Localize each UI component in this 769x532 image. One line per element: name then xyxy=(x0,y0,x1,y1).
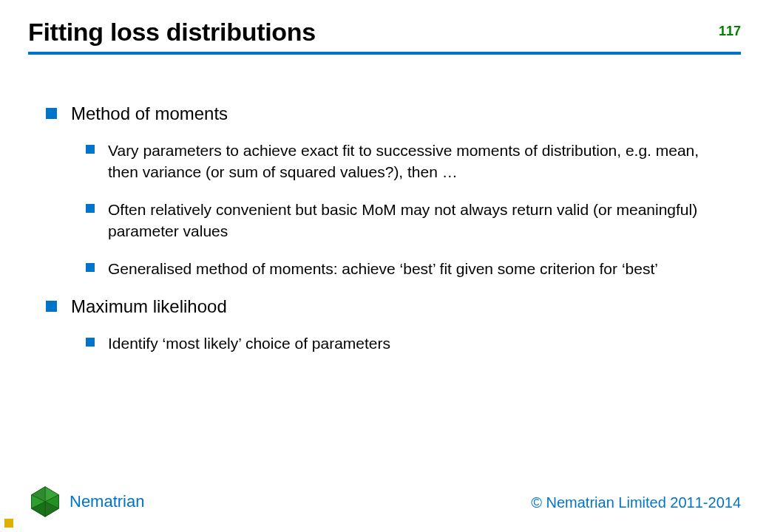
bullet-list-level1: Method of moments Vary parameters to ach… xyxy=(44,103,732,355)
bullet-list-level2: Vary parameters to achieve exact fit to … xyxy=(84,140,732,280)
sub-bullet-text: Often relatively convenient but basic Mo… xyxy=(108,201,697,239)
bullet-text: Method of moments xyxy=(71,103,228,123)
sub-bullet-item: Vary parameters to achieve exact fit to … xyxy=(84,140,732,183)
page-number: 117 xyxy=(719,24,741,39)
brand-name: Nematrian xyxy=(70,492,144,511)
brand-block: Nematrian xyxy=(28,485,144,519)
slide: Fitting loss distributions 117 Method of… xyxy=(0,0,769,532)
sub-bullet-text: Identify ‘most likely’ choice of paramet… xyxy=(108,335,390,352)
slide-header: Fitting loss distributions 117 xyxy=(28,18,741,47)
bullet-list-level2: Identify ‘most likely’ choice of paramet… xyxy=(84,333,732,355)
bullet-item: Method of moments Vary parameters to ach… xyxy=(44,103,732,280)
sub-bullet-text: Vary parameters to achieve exact fit to … xyxy=(108,142,699,180)
sub-bullet-item: Generalised method of moments: achieve ‘… xyxy=(84,259,732,280)
sub-bullet-item: Identify ‘most likely’ choice of paramet… xyxy=(84,333,732,355)
logo-icon xyxy=(28,485,62,519)
slide-title: Fitting loss distributions xyxy=(28,18,741,47)
bullet-text: Maximum likelihood xyxy=(71,296,227,316)
copyright-text: © Nematrian Limited 2011-2014 xyxy=(531,494,741,511)
corner-marker-icon xyxy=(4,519,13,528)
slide-footer: Nematrian © Nematrian Limited 2011-2014 xyxy=(0,480,769,532)
header-rule xyxy=(28,52,741,55)
sub-bullet-item: Often relatively convenient but basic Mo… xyxy=(84,200,732,242)
bullet-item: Maximum likelihood Identify ‘most likely… xyxy=(44,296,732,355)
sub-bullet-text: Generalised method of moments: achieve ‘… xyxy=(108,260,658,277)
slide-body: Method of moments Vary parameters to ach… xyxy=(44,103,732,371)
